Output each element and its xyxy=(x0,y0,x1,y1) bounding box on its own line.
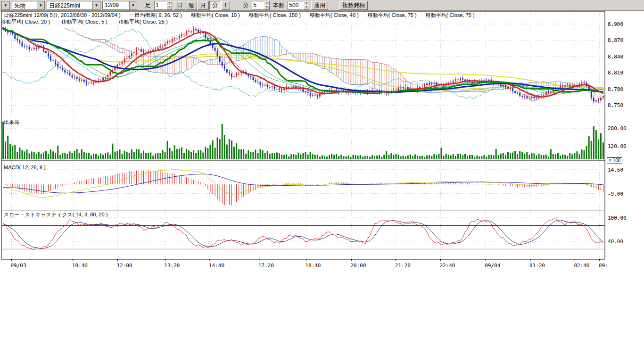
svg-text:14.50: 14.50 xyxy=(608,167,623,173)
stoch-panel-title: スロー・ストキャスティクス( 14, 3, 80, 20 ) xyxy=(4,211,107,218)
volume-scale-box: × 100 xyxy=(607,157,622,164)
svg-text:280.00: 280.00 xyxy=(608,125,627,132)
svg-text:10:40: 10:40 xyxy=(72,263,88,269)
legend-item: 移動平均( Close, 20 ) xyxy=(1,18,50,25)
svg-text:8,840: 8,840 xyxy=(608,54,623,60)
legend-item: 移動平均( Close, 25 ) xyxy=(119,18,168,25)
volume-panel-title: 出来高 xyxy=(4,119,19,126)
legend-item: 移動平均( Close, 150 ) xyxy=(249,12,301,19)
svg-text:12:00: 12:00 xyxy=(116,263,132,269)
legend-item: 日経225mini 12/09( 5分, 2012/08/30 - 2012/0… xyxy=(4,12,121,19)
legend-item: 移動平均( Close, 10 ) xyxy=(191,12,240,19)
svg-text:120.00: 120.00 xyxy=(608,143,627,149)
legend-item: 移動平均( Close, 5 ) xyxy=(61,18,107,25)
svg-text:14:40: 14:40 xyxy=(209,263,224,269)
svg-text:13:20: 13:20 xyxy=(164,263,180,269)
svg-text:40.00: 40.00 xyxy=(608,239,623,245)
svg-text:09/04: 09/04 xyxy=(485,263,500,269)
svg-text:01:20: 01:20 xyxy=(529,263,545,269)
svg-text:8,780: 8,780 xyxy=(608,86,623,92)
svg-text:8,810: 8,810 xyxy=(608,70,623,76)
legend-row-2: 移動平均( Close, 20 )移動平均( Close, 5 )移動平均( C… xyxy=(1,18,179,25)
legend-item: 移動平均( Close, 40 ) xyxy=(310,12,359,19)
svg-text:09/03: 09/03 xyxy=(10,263,26,269)
svg-text:09:: 09: xyxy=(599,263,608,269)
legend-item: 移動平均( Close, 75 ) xyxy=(368,12,417,19)
svg-text:20:00: 20:00 xyxy=(350,263,366,269)
svg-text:-9.00: -9.00 xyxy=(608,191,623,197)
svg-text:17:20: 17:20 xyxy=(258,263,274,269)
legend-item: 一目均衡表( 9, 26, 52 ) xyxy=(130,12,182,19)
legend-item: 移動平均( Close, 75 ) xyxy=(426,12,475,19)
svg-text:8,870: 8,870 xyxy=(608,37,623,43)
svg-text:02:40: 02:40 xyxy=(574,263,589,269)
svg-text:21:20: 21:20 xyxy=(395,263,411,269)
svg-text:22:40: 22:40 xyxy=(439,263,455,269)
svg-text:100.00: 100.00 xyxy=(608,215,627,221)
svg-text:8,750: 8,750 xyxy=(608,102,623,108)
chart-canvas[interactable]: 8,9008,8708,8408,8108,7808,750280.00120.… xyxy=(0,0,644,362)
svg-text:18:40: 18:40 xyxy=(305,263,321,269)
svg-text:8,900: 8,900 xyxy=(608,21,623,27)
legend-row-1: 日経225mini 12/09( 5分, 2012/08/30 - 2012/0… xyxy=(4,12,484,19)
macd-panel-title: MACD( 12, 26, 9 ) xyxy=(4,165,46,170)
